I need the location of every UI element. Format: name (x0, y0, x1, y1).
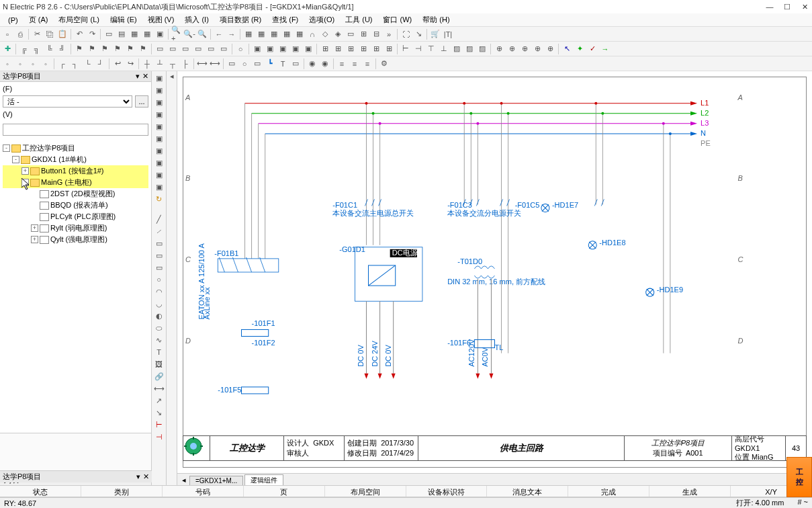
menu-item[interactable]: 帮助 (H) (417, 13, 455, 26)
layer-icon[interactable]: ▣ (154, 28, 166, 40)
vt-rect-icon[interactable]: ▭ (153, 238, 165, 249)
comp5-icon[interactable]: ▣ (302, 43, 314, 55)
form-icon[interactable]: ▦ (128, 28, 140, 40)
corner4-icon[interactable]: ┘ (95, 58, 107, 70)
vt-image-icon[interactable]: 🖼 (153, 359, 165, 370)
filter-browse-button[interactable]: ... (135, 95, 148, 108)
shape6-icon[interactable]: ▭ (289, 58, 302, 70)
cut-icon[interactable]: ✂ (31, 28, 43, 40)
undo-icon[interactable]: ↶ (73, 28, 85, 40)
tab-scroll-left-icon[interactable]: ◂ (180, 476, 188, 484)
box-icon[interactable]: ▭ (345, 28, 357, 40)
expand-icon[interactable]: - (21, 179, 29, 186)
star-icon[interactable]: ✦ (574, 43, 586, 55)
flag4-icon[interactable]: ⚑ (111, 43, 124, 55)
symbol2-icon[interactable]: ◈ (332, 28, 344, 40)
col-layout[interactable]: 布局空间 (325, 486, 406, 497)
expand-icon[interactable]: + (31, 236, 38, 243)
junc1-icon[interactable]: ┼ (141, 58, 153, 70)
loop-icon[interactable]: ∩ (306, 28, 318, 40)
pointer-icon[interactable]: ↖ (561, 43, 573, 55)
tree-node[interactable]: BBQD (报表清单) (3, 200, 148, 211)
comp3-icon[interactable]: ▣ (277, 43, 289, 55)
grid-icon[interactable]: ▦ (141, 28, 153, 40)
puzzle-icon[interactable]: ✚ (1, 43, 13, 55)
col-category[interactable]: 类别 (81, 486, 163, 497)
vt-dim2-icon[interactable]: ↗ (153, 395, 165, 406)
vt-circle-icon[interactable]: ○ (153, 274, 165, 285)
box6-icon[interactable]: ▭ (218, 43, 230, 55)
snap2-icon[interactable]: ▦ (255, 28, 267, 40)
menu-item[interactable]: 页 (A) (24, 13, 54, 26)
dim1-icon[interactable]: ⟷ (196, 58, 208, 70)
col-device[interactable]: 设备标识符 (406, 486, 488, 497)
junc2-icon[interactable]: ┴ (154, 58, 166, 70)
align3-icon[interactable]: ≡ (361, 58, 373, 70)
col-status[interactable]: 状态 (0, 486, 81, 497)
vt-refresh-icon[interactable]: ↻ (153, 194, 165, 204)
vt-cube3-icon[interactable]: ▣ (153, 97, 165, 108)
tree-node[interactable]: PLCylt (PLC原理图) (3, 211, 148, 222)
vt-ellipse-icon[interactable]: ⬭ (153, 323, 165, 333)
menu-item[interactable]: 插入 (I) (179, 13, 214, 26)
flag3-icon[interactable]: ⚑ (99, 43, 111, 55)
hatch3-icon[interactable]: ▨ (476, 43, 488, 55)
flag6-icon[interactable]: ⚑ (137, 43, 149, 55)
vt-arc2-icon[interactable]: ◡ (153, 298, 165, 309)
menu-item[interactable]: 窗口 (W) (377, 13, 417, 26)
hatch2-icon[interactable]: ▨ (463, 43, 476, 55)
col-page[interactable]: 页 (244, 486, 325, 497)
vt-red1-icon[interactable]: ⊢ (153, 419, 165, 430)
wire2-icon[interactable]: ⊣ (412, 43, 424, 55)
check-icon[interactable]: ✓ (586, 43, 598, 55)
wire3-icon[interactable]: ⊤ (425, 43, 437, 55)
comp1-icon[interactable]: ▣ (251, 43, 263, 55)
gutter-left-icon[interactable]: ◂ (167, 71, 177, 81)
maximize-button[interactable]: ☐ (782, 2, 792, 11)
expand-icon[interactable]: - (3, 144, 10, 152)
tree-node[interactable]: -MainG (主电柜) (3, 177, 148, 188)
vt-cube9-icon[interactable]: ▣ (153, 169, 165, 180)
grid1-icon[interactable]: ⊞ (319, 43, 331, 55)
arrow2-icon[interactable]: → (599, 43, 611, 55)
t3-break2-icon[interactable]: ↪ (124, 58, 136, 70)
box2-icon[interactable]: ▭ (167, 43, 179, 55)
menu-item[interactable]: 编辑 (E) (105, 13, 142, 26)
col-done[interactable]: 完成 (568, 486, 649, 497)
rss-icon[interactable]: » (383, 28, 395, 40)
menu-item[interactable]: 视图 (V) (142, 13, 180, 26)
canvas-tab[interactable]: =GKDX1+M... (189, 476, 243, 485)
link3-icon[interactable]: ╚ (44, 43, 56, 55)
vt-line-icon[interactable]: ╱ (153, 214, 165, 224)
comp4-icon[interactable]: ▣ (289, 43, 302, 55)
align2-icon[interactable]: ≡ (349, 58, 361, 70)
menu-item[interactable]: 查找 (F) (267, 13, 304, 26)
vt-cube-icon[interactable]: ▣ (153, 73, 165, 83)
arrow-right-icon[interactable]: → (226, 28, 238, 40)
box1-icon[interactable]: ▭ (154, 43, 166, 55)
new-icon[interactable]: ▫ (1, 28, 13, 40)
tree-node[interactable]: -工控达学P8项目 (3, 142, 148, 154)
msg-pin-icon[interactable]: ▾ (136, 472, 140, 481)
redo-icon[interactable]: ↷ (86, 28, 98, 40)
t3-break-icon[interactable]: ↩ (111, 58, 124, 70)
vt-rect2-icon[interactable]: ▭ (153, 250, 165, 261)
vt-cube4-icon[interactable]: ▣ (153, 109, 165, 120)
vt-spline-icon[interactable]: ∿ (153, 335, 165, 345)
symbol-icon[interactable]: ◇ (319, 28, 331, 40)
side-widget[interactable]: 工 控 (786, 457, 812, 497)
schematic-canvas[interactable]: L1 L2 L3 N PE (177, 71, 812, 473)
tree-node[interactable]: +Button1 (按钮盒1#) (3, 165, 148, 177)
tree-node[interactable]: +Qylt (强电原理图) (3, 234, 148, 245)
wire1-icon[interactable]: ⊢ (400, 43, 412, 55)
tree-node[interactable]: +Rylt (弱电原理图) (3, 222, 148, 234)
zoom-in-icon[interactable]: 🔍+ (171, 28, 183, 40)
zoom-out-icon[interactable]: 🔍- (183, 28, 195, 40)
expand-icon[interactable]: - (12, 156, 19, 163)
close-button[interactable]: ✕ (800, 2, 809, 11)
expand-icon[interactable]: + (31, 224, 38, 232)
shape2-icon[interactable]: ○ (238, 58, 251, 70)
vt-cube10-icon[interactable]: ▣ (153, 181, 165, 192)
circle1-icon[interactable]: ○ (234, 43, 246, 55)
vt-cube5-icon[interactable]: ▣ (153, 121, 165, 132)
